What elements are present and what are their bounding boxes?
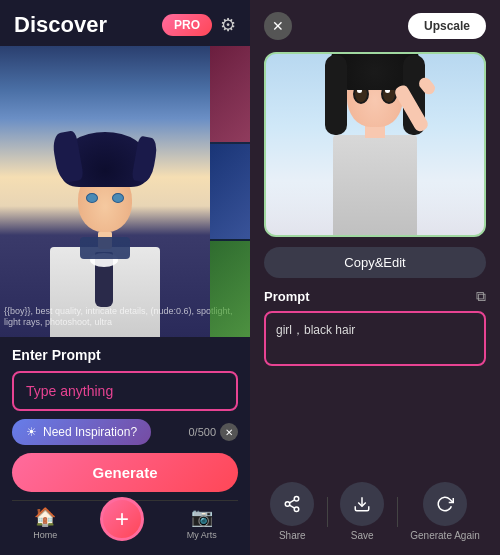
- side-thumbnails: [210, 46, 250, 337]
- prompt-input[interactable]: [12, 371, 238, 411]
- home-icon: 🏠: [34, 506, 56, 528]
- inspiration-button[interactable]: ☀ Need Inspiration?: [12, 419, 151, 445]
- left-panel: Discover PRO ⚙: [0, 0, 250, 555]
- right-actions: Share Save Generate Again: [250, 470, 500, 555]
- camera-icon: 📷: [191, 506, 213, 528]
- clear-button[interactable]: ✕: [220, 423, 238, 441]
- settings-icon[interactable]: ⚙: [220, 14, 236, 36]
- girl-hair-left-strand: [325, 55, 347, 135]
- girl-outfit: [333, 135, 417, 235]
- left-header: Discover PRO ⚙: [0, 0, 250, 46]
- nav-add-button[interactable]: +: [100, 497, 144, 541]
- prompt-text-display: girl，black hair: [264, 311, 486, 366]
- girl-figure: [315, 55, 435, 235]
- generate-again-icon-circle: [423, 482, 467, 526]
- inspiration-label: Need Inspiration?: [43, 425, 137, 439]
- save-action[interactable]: Save: [340, 482, 384, 541]
- copy-edit-button[interactable]: Copy&Edit: [264, 247, 486, 278]
- action-divider-2: [397, 497, 398, 527]
- header-right: PRO ⚙: [162, 14, 236, 36]
- plus-icon: +: [115, 505, 129, 533]
- svg-point-1: [286, 502, 291, 507]
- page-title: Discover: [14, 12, 107, 38]
- generate-button[interactable]: Generate: [12, 453, 238, 492]
- hero-image-area: {{boy}}, best quality, intricate details…: [0, 46, 250, 337]
- copy-icon[interactable]: ⧉: [476, 288, 486, 305]
- upscale-button[interactable]: Upscale: [408, 13, 486, 39]
- svg-point-2: [295, 507, 300, 512]
- enter-prompt-label: Enter Prompt: [12, 347, 238, 363]
- char-count-area: 0/500 ✕: [188, 423, 238, 441]
- generated-image: [264, 52, 486, 237]
- share-action[interactable]: Share: [270, 482, 314, 541]
- left-bottom: Enter Prompt ☀ Need Inspiration? 0/500 ✕…: [0, 337, 250, 555]
- pro-badge[interactable]: PRO: [162, 14, 212, 36]
- share-label: Share: [279, 530, 306, 541]
- right-header: ✕ Upscale: [250, 0, 500, 52]
- nav-my-arts[interactable]: 📷 My Arts: [187, 506, 217, 540]
- char-left-eye: [86, 193, 98, 203]
- share-icon-circle: [270, 482, 314, 526]
- svg-point-0: [295, 497, 300, 502]
- char-count-text: 0/500: [188, 426, 216, 438]
- right-panel: ✕ Upscale: [250, 0, 500, 555]
- my-arts-label: My Arts: [187, 530, 217, 540]
- generate-again-action[interactable]: Generate Again: [410, 482, 480, 541]
- sun-icon: ☀: [26, 425, 37, 439]
- side-thumb-3[interactable]: [210, 241, 250, 337]
- prompt-section-header: Prompt ⧉: [264, 288, 486, 305]
- save-label: Save: [351, 530, 374, 541]
- side-thumb-2[interactable]: [210, 144, 250, 240]
- hero-background: {{boy}}, best quality, intricate details…: [0, 46, 250, 337]
- save-icon-circle: [340, 482, 384, 526]
- character-bg: [0, 46, 210, 337]
- bottom-nav: 🏠 Home + 📷 My Arts: [12, 500, 238, 545]
- svg-line-4: [290, 500, 295, 503]
- home-label: Home: [33, 530, 57, 540]
- svg-line-3: [290, 505, 295, 508]
- nav-home[interactable]: 🏠 Home: [33, 506, 57, 540]
- generate-again-label: Generate Again: [410, 530, 480, 541]
- char-right-eye: [112, 193, 124, 203]
- save-icon: [353, 495, 371, 513]
- prompt-section: Prompt ⧉ girl，black hair: [264, 288, 486, 470]
- side-thumb-1[interactable]: [210, 46, 250, 142]
- action-divider-1: [327, 497, 328, 527]
- girl-scene: [266, 54, 484, 235]
- generate-again-icon: [436, 495, 454, 513]
- inspiration-row: ☀ Need Inspiration? 0/500 ✕: [12, 419, 238, 445]
- prompt-label: Prompt: [264, 289, 310, 304]
- close-button[interactable]: ✕: [264, 12, 292, 40]
- share-icon: [283, 495, 301, 513]
- char-scarf: [80, 237, 130, 259]
